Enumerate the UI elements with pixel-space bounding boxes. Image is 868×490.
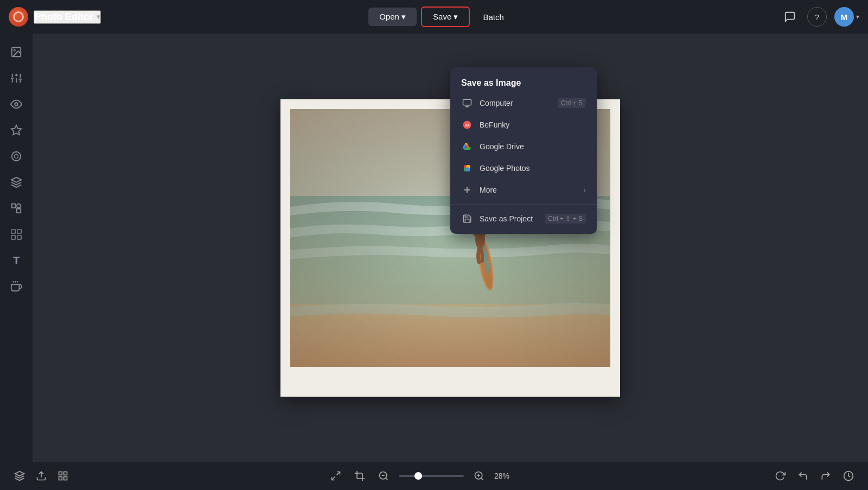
grid-bottom-button[interactable]	[54, 467, 72, 485]
sidebar: T	[0, 34, 33, 462]
app-title-text: Photo Editor	[35, 11, 93, 23]
sparkle-icon	[10, 124, 22, 136]
sidebar-item-text[interactable]: T	[4, 249, 28, 272]
save-computer-item[interactable]: Computer Ctrl + S	[450, 92, 597, 114]
save-more-item[interactable]: More ›	[450, 179, 597, 201]
main-layout: T	[0, 34, 868, 462]
google-photos-icon	[461, 162, 473, 174]
zoom-in-icon	[474, 470, 484, 481]
sidebar-item-shapes[interactable]	[4, 196, 28, 220]
chat-button[interactable]	[780, 7, 800, 27]
save-button[interactable]: Save ▾	[421, 7, 470, 27]
svg-rect-52	[59, 477, 62, 480]
sidebar-item-touch[interactable]	[4, 275, 28, 298]
undo-button[interactable]	[794, 467, 812, 485]
text-icon: T	[13, 254, 20, 267]
layers-bottom-icon	[14, 470, 25, 481]
bottom-center-tools: 28%	[77, 467, 766, 485]
save-gdrive-item[interactable]: Google Drive	[450, 136, 597, 157]
zoom-out-button[interactable]	[375, 467, 392, 485]
save-project-item[interactable]: Save as Project Ctrl + ⇧ + S	[450, 208, 597, 230]
more-chevron-icon: ›	[583, 186, 586, 194]
svg-marker-47	[15, 472, 24, 476]
batch-button[interactable]: Batch	[474, 8, 512, 26]
sidebar-item-effects[interactable]	[4, 118, 28, 142]
bottom-toolbar: 28%	[0, 462, 868, 490]
computer-label: Computer	[480, 99, 551, 107]
befunky-label: BeFunky	[480, 120, 586, 129]
svg-point-11	[15, 103, 18, 106]
crop-icon	[354, 470, 365, 481]
save-gphotos-item[interactable]: Google Photos	[450, 157, 597, 179]
navbar: Photo Editor ▾ Open ▾ Save ▾ Batch ? M ▾	[0, 0, 868, 34]
history-icon	[843, 470, 854, 481]
svg-line-54	[332, 477, 335, 480]
graphics-icon	[10, 228, 22, 240]
redo-icon	[820, 470, 831, 481]
sidebar-item-touchup[interactable]	[4, 144, 28, 168]
undo-icon	[797, 470, 808, 481]
more-label: More	[480, 186, 577, 194]
svg-rect-36	[463, 99, 471, 105]
svg-rect-50	[64, 472, 67, 475]
fullscreen-button[interactable]	[327, 467, 344, 485]
app-logo	[9, 7, 28, 27]
avatar[interactable]: M	[834, 7, 854, 27]
export-bottom-button[interactable]	[33, 467, 50, 485]
grid-icon	[58, 470, 68, 481]
nav-right: ? M ▾	[780, 7, 859, 27]
monitor-icon	[461, 97, 473, 109]
befunky-logo-icon: BF	[461, 119, 473, 131]
sidebar-item-view[interactable]	[4, 92, 28, 116]
app-title-chevron: ▾	[97, 13, 100, 21]
redo-button[interactable]	[817, 467, 834, 485]
edit-icon	[10, 72, 22, 84]
computer-shortcut: Ctrl + S	[558, 98, 586, 108]
zoom-level-display: 28%	[494, 472, 516, 480]
sidebar-item-graphics[interactable]	[4, 222, 28, 246]
shapes-icon	[10, 202, 22, 214]
svg-point-14	[14, 154, 18, 158]
save-image-section-title: Save as Image	[450, 72, 597, 92]
svg-line-59	[481, 478, 483, 480]
svg-rect-16	[12, 204, 16, 208]
image-icon	[10, 46, 22, 58]
crop-button[interactable]	[351, 467, 368, 485]
svg-rect-49	[59, 472, 62, 475]
svg-rect-21	[11, 236, 15, 239]
sidebar-item-image[interactable]	[4, 40, 28, 64]
svg-marker-12	[11, 125, 21, 135]
svg-rect-17	[17, 209, 21, 213]
sidebar-item-layers[interactable]	[4, 170, 28, 194]
open-button[interactable]: Open ▾	[368, 8, 417, 26]
gphotos-label: Google Photos	[480, 164, 586, 173]
canvas-area: Save as Image Computer Ctrl + S	[33, 34, 868, 462]
save-dropdown: Save as Image Computer Ctrl + S	[450, 67, 597, 234]
svg-point-1	[14, 49, 15, 51]
more-plus-icon	[461, 184, 473, 196]
svg-line-53	[337, 472, 340, 475]
chat-icon	[784, 11, 796, 23]
app-title-button[interactable]: Photo Editor ▾	[34, 10, 101, 24]
nav-center: Open ▾ Save ▾ Batch	[101, 7, 780, 27]
zoom-slider[interactable]	[399, 475, 464, 477]
sidebar-item-edit[interactable]	[4, 66, 28, 90]
fullscreen-icon	[330, 470, 341, 481]
svg-text:BF: BF	[465, 123, 470, 128]
svg-marker-15	[11, 177, 21, 182]
layers-bottom-button[interactable]	[11, 467, 28, 485]
zoom-out-icon	[378, 470, 389, 481]
svg-point-13	[12, 152, 21, 161]
refresh-button[interactable]	[771, 467, 789, 485]
avatar-chevron: ▾	[856, 13, 859, 21]
zoom-in-button[interactable]	[470, 467, 488, 485]
help-button[interactable]: ?	[807, 7, 827, 27]
save-project-icon	[461, 213, 473, 225]
touch-icon	[10, 281, 22, 292]
export-icon	[36, 470, 47, 481]
save-project-label: Save as Project	[480, 214, 538, 223]
history-button[interactable]	[840, 467, 857, 485]
help-icon: ?	[815, 12, 819, 22]
avatar-container[interactable]: M ▾	[834, 7, 859, 27]
save-befunky-item[interactable]: BF BeFunky	[450, 114, 597, 136]
